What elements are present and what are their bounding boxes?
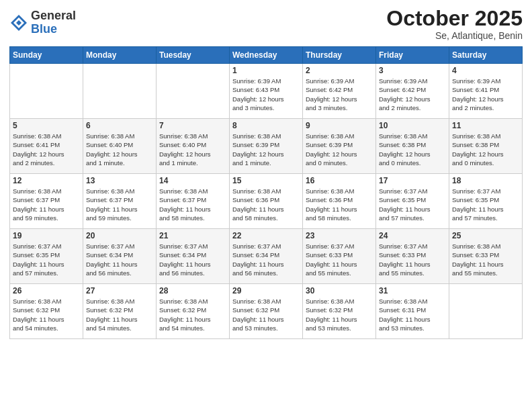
day-cell: [157, 64, 230, 119]
day-cell: 15Sunrise: 6:38 AM Sunset: 6:36 PM Dayli…: [230, 174, 303, 229]
day-info: Sunrise: 6:38 AM Sunset: 6:33 PM Dayligh…: [452, 242, 519, 277]
day-number: 9: [306, 121, 373, 130]
day-number: 19: [13, 231, 80, 240]
day-info: Sunrise: 6:37 AM Sunset: 6:35 PM Dayligh…: [452, 187, 519, 222]
day-cell: 30Sunrise: 6:38 AM Sunset: 6:32 PM Dayli…: [303, 284, 376, 339]
day-info: Sunrise: 6:37 AM Sunset: 6:33 PM Dayligh…: [379, 242, 446, 277]
week-row-3: 12Sunrise: 6:38 AM Sunset: 6:37 PM Dayli…: [10, 174, 523, 229]
day-cell: 24Sunrise: 6:37 AM Sunset: 6:33 PM Dayli…: [376, 229, 449, 284]
day-info: Sunrise: 6:38 AM Sunset: 6:31 PM Dayligh…: [379, 297, 446, 332]
day-info: Sunrise: 6:39 AM Sunset: 6:41 PM Dayligh…: [452, 77, 519, 112]
day-cell: 11Sunrise: 6:38 AM Sunset: 6:38 PM Dayli…: [449, 119, 523, 174]
day-cell: 31Sunrise: 6:38 AM Sunset: 6:31 PM Dayli…: [376, 284, 449, 339]
day-number: 30: [306, 286, 373, 295]
day-number: 8: [232, 121, 300, 130]
day-cell: 13Sunrise: 6:38 AM Sunset: 6:37 PM Dayli…: [83, 174, 157, 229]
day-info: Sunrise: 6:37 AM Sunset: 6:35 PM Dayligh…: [13, 242, 80, 277]
day-info: Sunrise: 6:37 AM Sunset: 6:34 PM Dayligh…: [86, 242, 153, 277]
day-cell: 18Sunrise: 6:37 AM Sunset: 6:35 PM Dayli…: [449, 174, 523, 229]
day-number: 15: [232, 176, 300, 185]
day-number: 13: [86, 176, 153, 185]
week-row-5: 26Sunrise: 6:38 AM Sunset: 6:32 PM Dayli…: [10, 284, 523, 339]
page: General Blue October 2025 Se, Atlantique…: [0, 0, 532, 411]
day-cell: 1Sunrise: 6:39 AM Sunset: 6:43 PM Daylig…: [230, 64, 303, 119]
day-cell: [10, 64, 83, 119]
title-block: October 2025 Se, Atlantique, Benin: [386, 7, 523, 41]
col-sunday: Sunday: [10, 47, 83, 64]
day-cell: 4Sunrise: 6:39 AM Sunset: 6:41 PM Daylig…: [449, 64, 523, 119]
day-cell: 23Sunrise: 6:37 AM Sunset: 6:33 PM Dayli…: [303, 229, 376, 284]
day-cell: 12Sunrise: 6:38 AM Sunset: 6:37 PM Dayli…: [10, 174, 83, 229]
day-info: Sunrise: 6:37 AM Sunset: 6:34 PM Dayligh…: [232, 242, 300, 277]
col-saturday: Saturday: [449, 47, 523, 64]
day-info: Sunrise: 6:38 AM Sunset: 6:37 PM Dayligh…: [86, 187, 153, 222]
day-number: 23: [306, 231, 373, 240]
day-cell: [449, 284, 523, 339]
day-cell: 14Sunrise: 6:38 AM Sunset: 6:37 PM Dayli…: [157, 174, 230, 229]
day-info: Sunrise: 6:38 AM Sunset: 6:32 PM Dayligh…: [13, 297, 80, 332]
day-number: 12: [13, 176, 80, 185]
day-cell: 26Sunrise: 6:38 AM Sunset: 6:32 PM Dayli…: [10, 284, 83, 339]
day-info: Sunrise: 6:38 AM Sunset: 6:39 PM Dayligh…: [306, 132, 373, 167]
col-tuesday: Tuesday: [157, 47, 230, 64]
day-info: Sunrise: 6:39 AM Sunset: 6:42 PM Dayligh…: [379, 77, 446, 112]
day-cell: 28Sunrise: 6:38 AM Sunset: 6:32 PM Dayli…: [157, 284, 230, 339]
day-info: Sunrise: 6:38 AM Sunset: 6:32 PM Dayligh…: [306, 297, 373, 332]
day-number: 31: [379, 286, 446, 295]
day-number: 11: [452, 121, 519, 130]
calendar-header: Sunday Monday Tuesday Wednesday Thursday…: [10, 47, 523, 64]
day-number: 14: [159, 176, 226, 185]
day-number: 21: [159, 231, 226, 240]
day-cell: 8Sunrise: 6:38 AM Sunset: 6:39 PM Daylig…: [230, 119, 303, 174]
week-row-1: 1Sunrise: 6:39 AM Sunset: 6:43 PM Daylig…: [10, 64, 523, 119]
day-cell: 19Sunrise: 6:37 AM Sunset: 6:35 PM Dayli…: [10, 229, 83, 284]
day-number: 7: [159, 121, 226, 130]
day-cell: [83, 64, 157, 119]
day-info: Sunrise: 6:38 AM Sunset: 6:41 PM Dayligh…: [13, 132, 80, 167]
day-number: 6: [86, 121, 153, 130]
week-row-4: 19Sunrise: 6:37 AM Sunset: 6:35 PM Dayli…: [10, 229, 523, 284]
day-cell: 7Sunrise: 6:38 AM Sunset: 6:40 PM Daylig…: [157, 119, 230, 174]
day-number: 17: [379, 176, 446, 185]
col-friday: Friday: [376, 47, 449, 64]
day-info: Sunrise: 6:39 AM Sunset: 6:43 PM Dayligh…: [232, 77, 300, 112]
day-info: Sunrise: 6:37 AM Sunset: 6:34 PM Dayligh…: [159, 242, 226, 277]
day-number: 4: [452, 66, 519, 75]
day-info: Sunrise: 6:38 AM Sunset: 6:32 PM Dayligh…: [159, 297, 226, 332]
calendar-body: 1Sunrise: 6:39 AM Sunset: 6:43 PM Daylig…: [10, 64, 523, 339]
col-thursday: Thursday: [303, 47, 376, 64]
day-cell: 25Sunrise: 6:38 AM Sunset: 6:33 PM Dayli…: [449, 229, 523, 284]
day-cell: 29Sunrise: 6:38 AM Sunset: 6:32 PM Dayli…: [230, 284, 303, 339]
day-number: 22: [232, 231, 300, 240]
logo-text: General Blue: [31, 9, 76, 36]
day-info: Sunrise: 6:38 AM Sunset: 6:40 PM Dayligh…: [86, 132, 153, 167]
logo: General Blue: [9, 9, 76, 36]
col-wednesday: Wednesday: [230, 47, 303, 64]
day-info: Sunrise: 6:37 AM Sunset: 6:33 PM Dayligh…: [306, 242, 373, 277]
day-number: 16: [306, 176, 373, 185]
day-number: 26: [13, 286, 80, 295]
day-info: Sunrise: 6:38 AM Sunset: 6:38 PM Dayligh…: [379, 132, 446, 167]
day-number: 1: [232, 66, 300, 75]
day-cell: 5Sunrise: 6:38 AM Sunset: 6:41 PM Daylig…: [10, 119, 83, 174]
day-number: 10: [379, 121, 446, 130]
day-number: 18: [452, 176, 519, 185]
day-number: 27: [86, 286, 153, 295]
day-cell: 10Sunrise: 6:38 AM Sunset: 6:38 PM Dayli…: [376, 119, 449, 174]
day-info: Sunrise: 6:38 AM Sunset: 6:37 PM Dayligh…: [159, 187, 226, 222]
day-info: Sunrise: 6:38 AM Sunset: 6:32 PM Dayligh…: [86, 297, 153, 332]
day-cell: 20Sunrise: 6:37 AM Sunset: 6:34 PM Dayli…: [83, 229, 157, 284]
day-number: 29: [232, 286, 300, 295]
day-cell: 21Sunrise: 6:37 AM Sunset: 6:34 PM Dayli…: [157, 229, 230, 284]
col-monday: Monday: [83, 47, 157, 64]
day-info: Sunrise: 6:39 AM Sunset: 6:42 PM Dayligh…: [306, 77, 373, 112]
logo-icon: [9, 13, 28, 32]
header-row: Sunday Monday Tuesday Wednesday Thursday…: [10, 47, 523, 64]
day-number: 24: [379, 231, 446, 240]
month-title: October 2025: [386, 7, 523, 30]
subtitle: Se, Atlantique, Benin: [386, 30, 523, 41]
day-cell: 22Sunrise: 6:37 AM Sunset: 6:34 PM Dayli…: [230, 229, 303, 284]
day-info: Sunrise: 6:38 AM Sunset: 6:40 PM Dayligh…: [159, 132, 226, 167]
day-info: Sunrise: 6:38 AM Sunset: 6:37 PM Dayligh…: [13, 187, 80, 222]
day-cell: 3Sunrise: 6:39 AM Sunset: 6:42 PM Daylig…: [376, 64, 449, 119]
